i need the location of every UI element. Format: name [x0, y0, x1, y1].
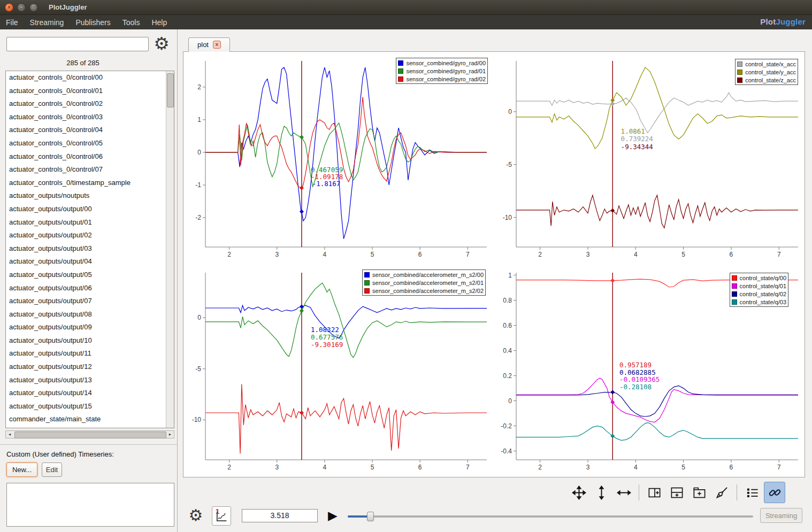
time-slider-track[interactable] [348, 515, 753, 518]
move-icon[interactable] [568, 482, 589, 503]
chart-legend: control_state/q/00control_state/q/01cont… [730, 273, 788, 307]
legend-entry[interactable]: control_state/q/01 [732, 282, 786, 290]
minimize-window-button[interactable]: − [17, 3, 26, 12]
timeseries-item[interactable]: actuator_outputs/output/00 [6, 203, 174, 216]
legend-entry[interactable]: sensor_combined/accelerometer_m_s2/01 [364, 279, 484, 287]
timeseries-item[interactable]: actuator_controls_0/control/00 [6, 71, 174, 84]
timeseries-item[interactable]: actuator_outputs/output/07 [6, 295, 174, 308]
svg-text:4: 4 [634, 464, 638, 471]
timeseries-item[interactable]: actuator_outputs/output/11 [6, 347, 174, 360]
legend-entry[interactable]: control_state/q/00 [732, 274, 786, 282]
maximize-window-button[interactable]: □ [29, 3, 38, 12]
timeseries-item[interactable]: actuator_outputs/output/15 [6, 400, 174, 413]
horizontal-scrollbar-thumb[interactable] [14, 431, 166, 438]
menu-item-publishers[interactable]: Publishers [70, 16, 116, 29]
legend-swatch [737, 70, 742, 75]
timeseries-item[interactable]: actuator_outputs/output/13 [6, 374, 174, 387]
legend-entry[interactable]: control_state/z_acc [737, 76, 796, 84]
scroll-right-icon[interactable]: ▸ [166, 431, 174, 438]
legend-entry[interactable]: sensor_combined/accelerometer_m_s2/02 [364, 287, 484, 295]
chart-canvas-accelerometer[interactable]: 234567-10-501.083220.677576-9.30169 [184, 264, 493, 476]
menu-item-streaming[interactable]: Streaming [24, 16, 70, 29]
expand-vertical-icon[interactable] [591, 482, 612, 503]
custom-timeseries-list[interactable] [6, 483, 174, 527]
tracker-value-label: 1.0861 [621, 127, 645, 135]
menu-item-help[interactable]: Help [145, 16, 173, 29]
play-button[interactable]: ▶ [328, 507, 338, 524]
legend-entry[interactable]: control_state/x_acc [737, 60, 796, 68]
time-display[interactable]: 3.518 [242, 509, 318, 522]
scroll-left-icon[interactable]: ◂ [6, 431, 13, 438]
time-slider[interactable] [348, 511, 753, 522]
legend-entry[interactable]: control_state/q/02 [732, 290, 786, 298]
series-q_02 [516, 385, 798, 417]
new-custom-timeseries-button[interactable]: New... [6, 462, 37, 477]
custom-timeseries-label: Custom (User defined) Timeseries: [6, 450, 114, 458]
timeseries-item[interactable]: actuator_outputs/output/02 [6, 229, 174, 242]
legend-swatch [732, 291, 737, 297]
chart-canvas-gyro[interactable]: 234567-2-10120.467059-1.09178-1.8167 [184, 52, 493, 263]
menu-item-tools[interactable]: Tools [117, 16, 146, 29]
timeseries-item[interactable]: actuator_controls_0/control/07 [6, 163, 174, 176]
timeseries-item[interactable]: actuator_controls_0/control/05 [6, 137, 174, 150]
timeseries-item[interactable]: actuator_outputs/output/04 [6, 255, 174, 268]
tab-plot[interactable]: plot × [188, 37, 230, 52]
horizontal-scrollbar[interactable]: ◂ ▸ [5, 430, 174, 438]
vertical-scrollbar[interactable] [166, 71, 174, 428]
add-tab-icon[interactable] [688, 482, 710, 503]
svg-text:4: 4 [323, 251, 327, 258]
timeseries-list[interactable]: actuator_controls_0/control/00actuator_c… [5, 71, 174, 428]
legend-entry[interactable]: sensor_combined/accelerometer_m_s2/00 [364, 271, 484, 279]
svg-text:5: 5 [681, 464, 685, 471]
tab-close-icon[interactable]: × [213, 41, 221, 49]
timeseries-item[interactable]: actuator_outputs/output/03 [6, 242, 174, 256]
timeseries-item[interactable]: actuator_outputs/output/08 [6, 308, 174, 321]
close-window-button[interactable]: × [5, 3, 13, 12]
legend-entry[interactable]: control_state/y_acc [737, 68, 796, 76]
search-input[interactable] [6, 37, 149, 51]
playback-settings-gear-icon[interactable]: ⚙ [186, 506, 205, 525]
time-tracker-button[interactable]: 1 [212, 506, 231, 526]
clear-buffer-icon[interactable] [711, 482, 732, 503]
legend-entry[interactable]: control_state/q/03 [732, 298, 786, 306]
timeseries-item[interactable]: actuator_outputs/output/05 [6, 268, 174, 282]
timeseries-item[interactable]: commander_state/main_state [6, 413, 174, 426]
legend-entry[interactable]: sensor_combined/gyro_rad/02 [398, 75, 486, 83]
timeseries-item[interactable]: actuator_outputs/output/09 [6, 321, 174, 334]
timeseries-item[interactable]: actuator_controls_0/control/06 [6, 150, 174, 164]
add-row-icon[interactable] [666, 482, 687, 503]
menu-item-file[interactable]: File [0, 16, 24, 29]
legend-icon[interactable] [741, 482, 763, 503]
timeseries-item[interactable]: actuator_controls_0/control/01 [6, 84, 174, 98]
legend-label: control_state/q/01 [740, 283, 786, 289]
timeseries-item[interactable]: actuator_outputs/noutputs [6, 189, 174, 203]
timeseries-item[interactable]: actuator_outputs/output/06 [6, 282, 174, 295]
timeseries-item[interactable]: actuator_outputs/output/01 [6, 216, 174, 229]
svg-text:0: 0 [508, 397, 512, 405]
svg-text:1: 1 [508, 272, 512, 279]
timeseries-item[interactable]: actuator_outputs/output/14 [6, 387, 174, 400]
streaming-button[interactable]: Streaming [760, 508, 802, 523]
svg-text:5: 5 [371, 464, 374, 471]
legend-entry[interactable]: sensor_combined/gyro_rad/01 [398, 67, 486, 75]
plot-quadrant-top-right: 234567-10-501.08610.739224-9.34344 contr… [495, 52, 805, 263]
legend-label: sensor_combined/gyro_rad/01 [406, 68, 486, 74]
timeseries-item[interactable]: actuator_controls_0/timestamp_sample [6, 176, 174, 190]
link-icon[interactable] [764, 482, 785, 503]
add-column-icon[interactable] [644, 482, 665, 503]
settings-gear-icon[interactable]: ⚙ [151, 34, 172, 54]
timeseries-item[interactable]: actuator_outputs/output/10 [6, 334, 174, 348]
timeseries-item[interactable]: actuator_controls_0/control/02 [6, 97, 174, 111]
series-z_acc [516, 195, 798, 228]
window-buttons: × − □ [5, 3, 38, 12]
timeseries-item[interactable]: actuator_outputs/output/12 [6, 360, 174, 374]
legend-entry[interactable]: sensor_combined/gyro_rad/00 [398, 59, 486, 67]
edit-custom-timeseries-button[interactable]: Edit [42, 462, 62, 477]
svg-text:-2: -2 [195, 214, 201, 221]
timeseries-item[interactable]: actuator_controls_0/control/03 [6, 111, 174, 124]
timeseries-item[interactable]: actuator_controls_0/control/04 [6, 124, 174, 137]
time-slider-handle[interactable] [367, 512, 374, 521]
expand-horizontal-icon[interactable] [613, 482, 634, 503]
svg-text:0: 0 [508, 108, 512, 115]
vertical-scrollbar-thumb[interactable] [167, 73, 174, 107]
